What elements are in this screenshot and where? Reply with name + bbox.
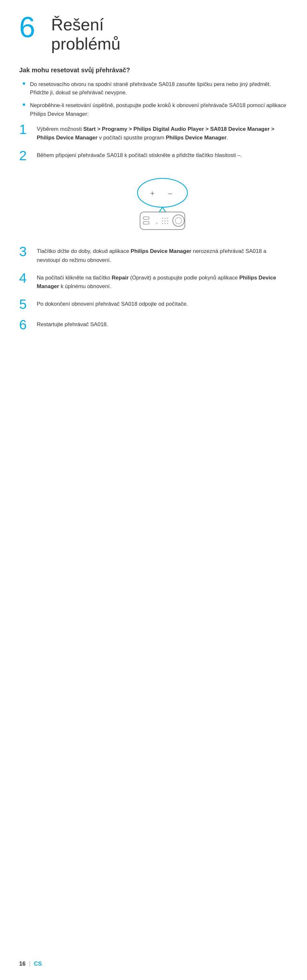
page-container: 6 Řešení problémů Jak mohu resetovat svů… — [0, 0, 307, 980]
step-text-1: Výběrem možnosti Start > Programy > Phil… — [37, 123, 288, 142]
page-number: 16 — [19, 961, 25, 967]
svg-rect-7 — [143, 217, 149, 220]
chapter-title: Řešení problémů — [51, 13, 121, 54]
step-text-6: Restartujte přehrávač SA018. — [37, 319, 108, 329]
svg-rect-8 — [143, 221, 149, 224]
step-number-2: 2 — [19, 149, 37, 162]
bullet-text-1: Do resetovacího otvoru na spodní straně … — [30, 80, 288, 97]
step-2: 2 Během připojení přehrávače SA018 k poč… — [19, 150, 288, 162]
section-question: Jak mohu resetovat svůj přehrávač? — [19, 67, 288, 74]
svg-point-15 — [167, 220, 168, 221]
bullet-icon-2: • — [22, 100, 25, 109]
svg-point-6 — [175, 218, 181, 224]
numbered-steps-lower: 3 Tlačítko držte do doby, dokud aplikace… — [19, 245, 288, 332]
step-text-2: Během připojení přehrávače SA018 k počít… — [37, 150, 242, 159]
bullet-list: • Do resetovacího otvoru na spodní stran… — [19, 80, 288, 118]
svg-point-13 — [162, 220, 163, 221]
footer-divider — [29, 961, 30, 967]
step-number-5: 5 — [19, 298, 37, 311]
step-number-3: 3 — [19, 245, 37, 258]
chapter-number: 6 — [19, 13, 45, 41]
page-footer: 16 CS — [19, 961, 42, 967]
svg-point-16 — [162, 223, 163, 224]
step-5: 5 Po dokončení obnovení přehrávač SA018 … — [19, 298, 288, 311]
svg-point-11 — [164, 218, 165, 219]
step-text-3: Tlačítko držte do doby, dokud aplikace P… — [37, 245, 288, 264]
svg-text:+: + — [156, 221, 158, 226]
step-1: 1 Výběrem možnosti Start > Programy > Ph… — [19, 123, 288, 142]
svg-point-14 — [164, 220, 165, 221]
svg-point-0 — [137, 178, 188, 207]
step-number-6: 6 — [19, 318, 37, 332]
bullet-icon-1: • — [22, 79, 25, 88]
svg-point-12 — [167, 218, 168, 219]
svg-point-17 — [164, 223, 165, 224]
device-illustration: + – + — [37, 172, 288, 236]
svg-text:+: + — [150, 189, 154, 197]
bullet-text-2: Neproběhne-li resetování úspěšně, postup… — [30, 101, 288, 118]
page-language: CS — [34, 961, 42, 967]
svg-point-5 — [173, 215, 184, 226]
svg-text:–: – — [168, 189, 172, 197]
device-svg: + – + — [127, 172, 198, 236]
chapter-header: 6 Řešení problémů — [19, 13, 288, 54]
step-number-4: 4 — [19, 272, 37, 285]
step-4: 4 Na počítači klikněte na tlačítko Repai… — [19, 272, 288, 291]
svg-point-18 — [167, 223, 168, 224]
svg-point-10 — [162, 218, 163, 219]
svg-marker-3 — [159, 207, 165, 212]
step-number-1: 1 — [19, 123, 37, 136]
step-3: 3 Tlačítko držte do doby, dokud aplikace… — [19, 245, 288, 264]
bullet-item-1: • Do resetovacího otvoru na spodní stran… — [19, 80, 288, 97]
step-6: 6 Restartujte přehrávač SA018. — [19, 319, 288, 332]
step-text-4: Na počítači klikněte na tlačítko Repair … — [37, 272, 288, 291]
numbered-steps: 1 Výběrem možnosti Start > Programy > Ph… — [19, 123, 288, 162]
bullet-item-2: • Neproběhne-li resetování úspěšně, post… — [19, 101, 288, 118]
step-text-5: Po dokončení obnovení přehrávač SA018 od… — [37, 298, 188, 308]
